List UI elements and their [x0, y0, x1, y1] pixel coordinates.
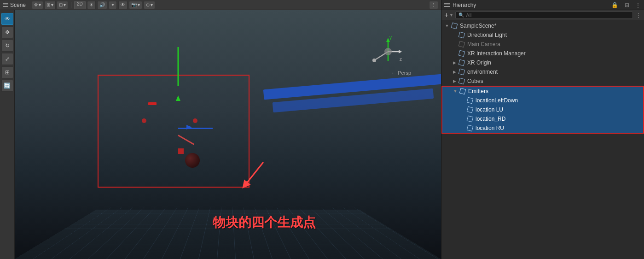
- hierarchy-search-options-icon[interactable]: ⋮: [636, 12, 641, 18]
- tree-icon-location-lu: [466, 106, 474, 113]
- gizmo-icon: ⊙: [146, 2, 150, 7]
- tree-icon-location-left-down: [466, 97, 474, 104]
- tree-icon-cubes: [458, 77, 465, 85]
- tree-arrow-sample-scene[interactable]: ▼: [443, 22, 451, 29]
- hierarchy-tree: ▼ SampleScene* Directional Light Main Ca…: [441, 20, 644, 259]
- tree-label-cubes: Cubes: [467, 78, 483, 84]
- light-icon: ☀: [89, 2, 93, 7]
- scene-toolbar-group-1: ✥ ▾ ⊞ ▾ ⊡ ▾: [32, 1, 68, 9]
- hierarchy-title-row: Hierarchy 🔒 ⊟ ⋮: [441, 0, 644, 10]
- persp-label: ← Persp: [391, 70, 411, 76]
- view-icon: 👁: [121, 2, 125, 7]
- scene-options-btn[interactable]: ⋮: [429, 1, 438, 9]
- scene-light-btn[interactable]: ☀: [87, 1, 96, 9]
- tool-move-btn[interactable]: ✥: [1, 26, 13, 38]
- scene-panel: Scene ✥ ▾ ⊞ ▾ ⊡ ▾ 2D ☀ 🔊 ✦: [0, 0, 441, 259]
- tree-item-emitters[interactable]: ▼ Emitters: [442, 87, 643, 96]
- scene-audio-btn[interactable]: 🔊: [97, 1, 107, 9]
- hierarchy-title: Hierarchy: [453, 2, 476, 8]
- tool-rect-btn[interactable]: ⊞: [1, 66, 13, 78]
- eye-icon: 👁: [5, 16, 10, 22]
- tree-arrow-cubes[interactable]: ▶: [451, 77, 458, 85]
- gizmo-y-arrow: [176, 95, 180, 101]
- rotate-icon: ↻: [5, 42, 10, 49]
- red-marker-top: [148, 102, 157, 105]
- maximize-icon[interactable]: ⊟: [625, 2, 629, 8]
- gizmo-dropdown-icon: ▾: [151, 2, 153, 7]
- tree-item-location-rd[interactable]: location_RD: [442, 114, 643, 124]
- tree-label-xr-origin: XR Origin: [467, 59, 491, 66]
- scene-camera-btn[interactable]: 📷 ▾: [129, 1, 142, 9]
- tree-icon-xr-origin: [458, 59, 465, 66]
- scene-tool-btn-snapping[interactable]: ⊡ ▾: [57, 1, 68, 9]
- tree-arrow-location-lu: [459, 106, 466, 113]
- annotation-text: 物块的四个生成点: [213, 214, 316, 231]
- hierarchy-panel: Hierarchy 🔒 ⊟ ⋮ + ▾ 🔍 All ⋮ ▼ SampleScen…: [441, 0, 644, 259]
- tree-arrow-environment[interactable]: ▶: [451, 68, 458, 76]
- hierarchy-menu-icon[interactable]: [444, 3, 450, 7]
- camera-dropdown-icon: ▾: [138, 2, 140, 7]
- tree-icon-location-ru: [466, 124, 474, 132]
- add-dropdown-icon[interactable]: ▾: [450, 12, 453, 18]
- toolbar-sep-1: [71, 2, 71, 8]
- tree-label-main-camera: Main Camera: [467, 41, 500, 47]
- move-cross-icon: ✥: [5, 29, 10, 35]
- tree-label-environment: environment: [467, 69, 498, 75]
- svg-point-7: [384, 48, 392, 55]
- tree-icon-directional-light: [458, 31, 465, 39]
- scene-view-btn[interactable]: 👁: [118, 1, 128, 9]
- tree-item-directional-light[interactable]: Directional Light: [441, 30, 644, 40]
- svg-line-10: [245, 162, 263, 185]
- tree-arrow-directional-light: [451, 31, 458, 39]
- svg-marker-8: [399, 50, 402, 53]
- camera-icon: 📷: [131, 2, 137, 7]
- transform-icon: 🔄: [4, 82, 11, 89]
- orientation-gizmo-svg: y z: [372, 35, 404, 68]
- tree-item-sample-scene[interactable]: ▼ SampleScene*: [441, 21, 644, 30]
- tree-icon-environment: [458, 68, 465, 76]
- tree-item-xr-interaction-manager[interactable]: XR Interaction Manager: [441, 49, 644, 58]
- red-marker-right: [193, 118, 197, 123]
- tool-scale-btn[interactable]: ⤢: [1, 53, 13, 65]
- tool-transform-btn[interactable]: 🔄: [1, 80, 13, 92]
- scene-gizmo-btn[interactable]: ⊙ ▾: [144, 1, 155, 9]
- tree-item-location-lu[interactable]: location LU: [442, 105, 643, 114]
- tree-icon-main-camera: [458, 41, 465, 48]
- hierarchy-add-btn[interactable]: +: [444, 12, 448, 19]
- left-tools-panel: 👁 ✥ ↻ ⤢ ⊞ 🔄: [0, 10, 15, 259]
- scene-tool-btn-hand[interactable]: ✥ ▾: [32, 1, 43, 9]
- tool-rotate-btn[interactable]: ↻: [1, 40, 13, 52]
- svg-text:y: y: [389, 35, 392, 40]
- hierarchy-search-bar[interactable]: 🔍 All: [455, 12, 633, 19]
- tool-view-btn[interactable]: 👁: [1, 13, 13, 25]
- options-dots-icon: ⋮: [431, 2, 436, 7]
- tree-item-main-camera[interactable]: Main Camera: [441, 40, 644, 49]
- hand-dropdown-icon: ▾: [39, 2, 41, 7]
- scene-menu-icon[interactable]: [3, 3, 8, 7]
- toggle-2d-btn[interactable]: 2D: [74, 1, 86, 9]
- lock-icon[interactable]: 🔒: [611, 2, 618, 8]
- tree-item-location-left-down[interactable]: locationLeftDown: [442, 96, 643, 105]
- gizmo-x-axis: [178, 128, 213, 129]
- tree-arrow-xr-origin[interactable]: ▶: [451, 59, 458, 66]
- gizmo-y-axis: [178, 47, 179, 86]
- grid-dropdown-icon: ▾: [51, 2, 53, 7]
- tree-arrow-location-rd: [459, 115, 466, 123]
- scene-viewport[interactable]: 👁 ✥ ↻ ⤢ ⊞ 🔄: [0, 10, 441, 259]
- tree-item-cubes[interactable]: ▶ Cubes: [441, 77, 644, 86]
- scene-fx-btn[interactable]: ✦: [109, 1, 117, 9]
- tree-icon-location-rd: [466, 115, 474, 123]
- hierarchy-options-icon[interactable]: ⋮: [635, 1, 641, 9]
- tree-item-location-ru[interactable]: location RU: [442, 124, 643, 133]
- red-marker-left: [142, 118, 146, 123]
- tree-arrow-emitters[interactable]: ▼: [452, 88, 459, 95]
- search-icon: 🔍: [458, 12, 464, 18]
- gizmo-x-arrow: [186, 125, 192, 130]
- tree-arrow-xr-interaction: [451, 50, 458, 57]
- fx-icon: ✦: [111, 2, 115, 7]
- audio-icon: 🔊: [99, 2, 105, 7]
- tree-item-xr-origin[interactable]: ▶ XR Origin: [441, 58, 644, 67]
- scene-tool-btn-grid[interactable]: ⊞ ▾: [44, 1, 56, 9]
- tree-item-environment[interactable]: ▶ environment: [441, 67, 644, 77]
- scale-icon: ⤢: [5, 56, 10, 62]
